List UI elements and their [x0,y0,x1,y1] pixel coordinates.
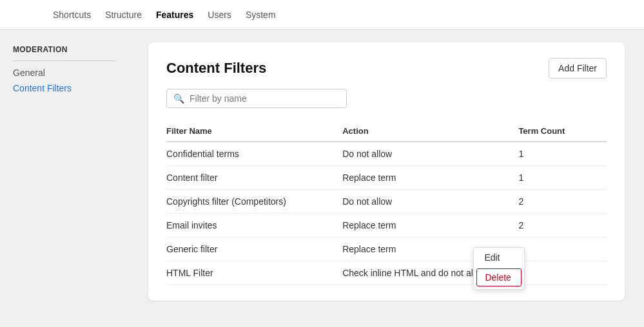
context-menu-delete[interactable]: Delete [476,268,522,286]
filter-name: Confidential terms [166,142,342,166]
sidebar: MODERATION General Content Filters [0,30,129,327]
filter-name: HTML Filter [166,261,342,285]
nav-features[interactable]: Features [155,10,195,20]
filter-count: 2 [518,190,607,214]
col-header-action: Action [342,121,518,142]
table-row: HTML Filter Check inline HTML and do not… [166,261,607,285]
filter-table: Filter Name Action Term Count Confidenti… [166,121,607,285]
table-row: Content filter Replace term 1 [166,166,607,190]
layout: MODERATION General Content Filters Conte… [0,30,644,327]
add-filter-button[interactable]: Add Filter [549,58,607,79]
table-row: Confidential terms Do not allow 1 [166,142,607,166]
context-menu-edit[interactable]: Edit [474,248,524,267]
search-box: 🔍 [166,89,347,108]
table-row: Email invites Replace term 2 [166,214,607,238]
col-header-name: Filter Name [166,121,342,142]
context-menu: Edit Delete [473,247,525,290]
filter-name: Email invites [166,214,342,238]
page-title: Content Filters [166,60,266,77]
filter-action: Replace term [342,214,518,238]
filter-name: Generic filter [166,238,342,261]
search-icon: 🔍 [173,93,184,104]
filter-name: Content filter [166,166,342,190]
filter-action: Do not allow [342,142,518,166]
table-row: Copyrights filter (Competitors) Do not a… [166,190,607,214]
content-card: Content Filters Add Filter 🔍 Filter Name… [148,42,625,301]
col-header-count: Term Count [518,121,607,142]
filter-count: 1 [518,142,607,166]
filter-count: 2 [518,214,607,238]
sidebar-item-content-filters[interactable]: Content Filters [13,83,116,93]
card-header: Content Filters Add Filter [166,58,607,79]
nav-system[interactable]: System [244,10,277,20]
sidebar-section-title: MODERATION [13,45,116,54]
sidebar-divider [13,61,116,61]
main-content: Content Filters Add Filter 🔍 Filter Name… [129,30,644,327]
filter-count: 1 [518,166,607,190]
nav-shortcuts[interactable]: Shortcuts [52,10,92,20]
filter-action: Replace term [342,166,518,190]
top-nav: Shortcuts Structure Features Users Syste… [0,0,644,30]
filter-count: 1 [518,261,607,285]
sidebar-item-general[interactable]: General [13,68,116,78]
filter-action: Do not allow [342,190,518,214]
table-header-row: Filter Name Action Term Count [166,121,607,142]
search-input[interactable] [190,93,340,104]
table-row: Generic filter Replace term Edit Delete [166,238,607,261]
nav-structure[interactable]: Structure [104,10,143,20]
filter-name: Copyrights filter (Competitors) [166,190,342,214]
nav-users[interactable]: Users [206,10,233,20]
filter-count-menu-cell: Edit Delete [518,238,607,261]
